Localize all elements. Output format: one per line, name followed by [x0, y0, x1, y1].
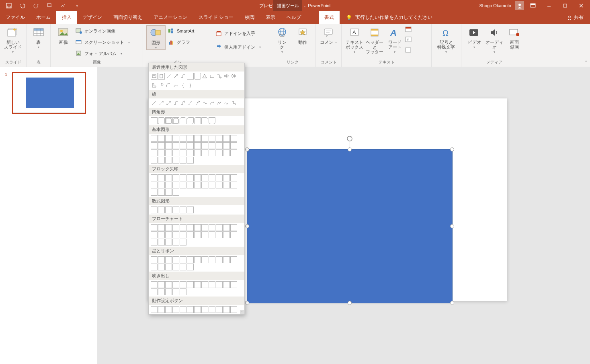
touch-mode-button[interactable]	[57, 0, 70, 11]
resize-handle-e[interactable]	[450, 224, 454, 228]
shape-item[interactable]	[194, 182, 201, 188]
shape-item[interactable]	[151, 288, 158, 295]
shape-item[interactable]	[194, 135, 201, 142]
shape-arc[interactable]	[165, 82, 172, 89]
tab-animation[interactable]: アニメーション	[148, 11, 193, 24]
tab-file[interactable]: ファイル	[0, 11, 31, 24]
shape-item[interactable]	[201, 142, 208, 149]
shape-triangle[interactable]	[201, 73, 208, 80]
user-avatar[interactable]	[515, 1, 524, 10]
shape-item[interactable]	[223, 149, 230, 156]
shape-item[interactable]	[194, 149, 201, 156]
shape-item[interactable]	[158, 281, 165, 288]
shape-item[interactable]	[158, 288, 165, 295]
shape-connector[interactable]	[180, 73, 186, 80]
smartart-button[interactable]: SmartArt	[168, 26, 194, 36]
shape-item[interactable]	[151, 239, 158, 245]
shape-item[interactable]	[187, 224, 194, 231]
shape-item[interactable]	[151, 157, 158, 164]
shape-line2[interactable]	[158, 100, 165, 106]
shape-line[interactable]	[165, 73, 172, 80]
shape-item[interactable]	[230, 306, 237, 313]
shape-item[interactable]	[151, 224, 158, 231]
tab-help[interactable]: ヘルプ	[281, 11, 307, 24]
tab-view[interactable]: 表示	[260, 11, 281, 24]
shape-item[interactable]	[165, 157, 172, 164]
shape-item[interactable]	[151, 182, 158, 188]
shape-item[interactable]	[216, 231, 223, 238]
shape-item[interactable]	[172, 189, 179, 196]
slide-thumbnail[interactable]	[12, 72, 86, 114]
shape-item[interactable]	[187, 264, 194, 270]
shape-item[interactable]	[180, 239, 186, 245]
shape-item[interactable]	[209, 135, 215, 142]
shape-item[interactable]	[172, 207, 179, 213]
shape-item[interactable]	[180, 135, 186, 142]
shape-item[interactable]	[187, 157, 194, 164]
shape-item[interactable]	[201, 281, 208, 288]
shape-line10[interactable]	[230, 100, 237, 106]
shape-line-arrow[interactable]	[172, 73, 179, 80]
shape-item[interactable]	[209, 224, 215, 231]
shape-item[interactable]	[165, 224, 172, 231]
shape-item[interactable]	[216, 174, 223, 181]
close-button[interactable]	[574, 0, 588, 11]
resize-handle-w[interactable]	[245, 224, 249, 228]
shape-item[interactable]	[223, 224, 230, 231]
tab-transition[interactable]: 画面切り替え	[108, 11, 148, 24]
shape-item[interactable]	[172, 142, 179, 149]
gallery-resize-grip[interactable]: ⋰	[240, 310, 244, 314]
shape-item[interactable]	[158, 224, 165, 231]
shape-item[interactable]	[172, 256, 179, 263]
table-button[interactable]: 表 ▾	[30, 25, 47, 49]
shape-l[interactable]	[151, 82, 158, 89]
shape-item[interactable]	[165, 189, 172, 196]
save-button[interactable]	[2, 0, 16, 11]
screenshot-button[interactable]: スクリーンショット▾	[76, 37, 130, 47]
tab-review[interactable]: 校閲	[239, 11, 260, 24]
shape-item[interactable]	[165, 149, 172, 156]
shape-item[interactable]	[151, 306, 158, 313]
shape-line4[interactable]	[172, 100, 179, 106]
shape-item[interactable]	[187, 281, 194, 288]
shape-item[interactable]	[165, 135, 172, 142]
shape-item[interactable]	[151, 281, 158, 288]
shape-item[interactable]	[230, 231, 237, 238]
shape-item[interactable]	[158, 174, 165, 181]
shape-item[interactable]	[172, 231, 179, 238]
ribbon-display-button[interactable]	[526, 0, 540, 11]
shape-arrow-double[interactable]	[230, 73, 237, 80]
shape-item[interactable]	[172, 157, 179, 164]
slide-number-button[interactable]: #	[405, 37, 416, 45]
shape-item[interactable]	[180, 231, 186, 238]
shape-item[interactable]	[172, 281, 179, 288]
header-footer-button[interactable]: ヘッダーと フッター	[365, 25, 384, 54]
shape-rect2[interactable]	[158, 117, 165, 124]
shape-item[interactable]	[151, 256, 158, 263]
collapse-ribbon-button[interactable]: ⌃	[584, 60, 588, 64]
resize-handle-n[interactable]	[348, 147, 352, 151]
shape-item[interactable]	[180, 281, 186, 288]
shape-item[interactable]	[158, 149, 165, 156]
shape-item[interactable]	[230, 149, 237, 156]
shape-item[interactable]	[158, 256, 165, 263]
shape-item[interactable]	[151, 142, 158, 149]
shape-item[interactable]	[165, 264, 172, 270]
shape-item[interactable]	[223, 256, 230, 263]
shape-item[interactable]	[216, 182, 223, 188]
shape-line1[interactable]	[151, 100, 158, 106]
shape-rounded-rect[interactable]	[194, 73, 201, 80]
shape-textbox-vert[interactable]	[158, 73, 165, 80]
shape-connector-curved[interactable]	[216, 73, 223, 80]
maximize-button[interactable]	[558, 0, 572, 11]
shape-textbox[interactable]	[151, 73, 158, 80]
shape-item[interactable]	[209, 149, 215, 156]
shape-item[interactable]	[172, 182, 179, 188]
video-button[interactable]: ビデオ▾	[465, 25, 484, 49]
shape-item[interactable]	[165, 239, 172, 245]
shape-item[interactable]	[151, 149, 158, 156]
shape-item[interactable]	[230, 182, 237, 188]
shape-item[interactable]	[151, 135, 158, 142]
shape-item[interactable]	[230, 174, 237, 181]
shape-item[interactable]	[209, 182, 215, 188]
